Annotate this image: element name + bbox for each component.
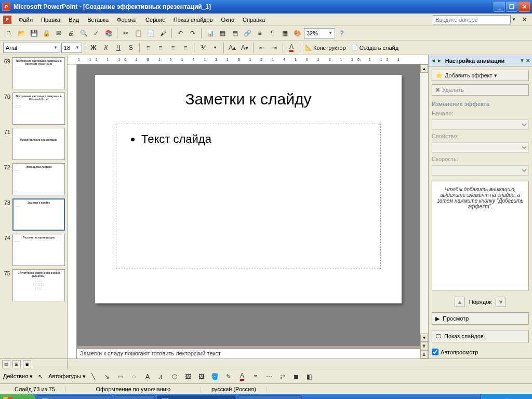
taskpane-menu-icon[interactable]: ▼ xyxy=(520,58,525,63)
diagram-icon[interactable]: ⬡ xyxy=(169,371,180,382)
increase-indent-icon[interactable]: ⇥ xyxy=(269,42,280,54)
cut-icon[interactable]: ✂ xyxy=(120,28,131,39)
copy-icon[interactable]: 📋 xyxy=(132,28,144,39)
decrease-indent-icon[interactable]: ⇤ xyxy=(256,42,268,54)
research-icon[interactable]: 📚 xyxy=(103,28,114,39)
new-icon[interactable]: 🗋 xyxy=(3,28,15,39)
bold-icon[interactable]: Ж xyxy=(88,42,99,54)
menu-slideshow[interactable]: Показ слайдов xyxy=(169,16,217,24)
picture-icon[interactable]: 🖼 xyxy=(196,371,207,382)
status-language[interactable]: русский (Россия) xyxy=(201,386,267,392)
format-painter-icon[interactable]: 🖌 xyxy=(157,28,169,39)
scroll-up-icon[interactable]: ▲ xyxy=(420,64,428,73)
slide-title[interactable]: Заметки к слайду xyxy=(116,90,381,108)
fontsize-combo[interactable]: 18▼ xyxy=(61,43,82,53)
taskpane-close-icon[interactable]: ✕ xyxy=(526,58,530,63)
numbering-icon[interactable]: ⅟ xyxy=(197,42,208,54)
rectangle-icon[interactable]: ▭ xyxy=(115,371,126,382)
prev-slide-icon[interactable]: ⇈ xyxy=(420,342,428,350)
slide[interactable]: Заметки к слайду Текст слайда xyxy=(95,75,402,303)
slide-design-button[interactable]: 📐 Конструктор xyxy=(303,42,348,54)
menu-view[interactable]: Вид xyxy=(64,16,83,24)
vertical-scrollbar[interactable]: ▲ ▼ ⇈ ⇊ xyxy=(420,64,428,358)
taskpane-forward-icon[interactable]: ► xyxy=(437,58,442,63)
slide-thumb[interactable]: Структурная компоновка знаний (СтикНоС)⬚… xyxy=(12,269,65,301)
menu-window[interactable]: Окно xyxy=(217,16,239,24)
document-close-button[interactable]: ✕ xyxy=(519,16,530,23)
insert-table-icon[interactable]: ▦ xyxy=(217,28,228,39)
help-search-input[interactable] xyxy=(433,15,511,24)
slide-canvas[interactable]: Заметки к слайду Текст слайда xyxy=(77,64,420,346)
slide-bullet[interactable]: Текст слайда xyxy=(141,132,368,146)
insert-chart-icon[interactable]: 📊 xyxy=(204,28,216,39)
font-color-icon[interactable]: A xyxy=(286,42,297,54)
fill-color-icon[interactable]: 🪣 xyxy=(209,371,221,382)
save-icon[interactable]: 💾 xyxy=(28,28,39,39)
slideshow-button[interactable]: 🖵 Показ слайдов xyxy=(432,330,529,342)
align-right-icon[interactable]: ≡ xyxy=(167,42,179,54)
expand-all-icon[interactable]: ≡ xyxy=(254,28,265,39)
bullets-icon[interactable]: • xyxy=(209,42,221,54)
menu-format[interactable]: Формат xyxy=(113,16,141,24)
paste-icon[interactable]: 📄 xyxy=(145,28,156,39)
mail-icon[interactable]: ✉ xyxy=(53,28,64,39)
slide-thumb[interactable]: Построение настоящих диаграмм в Microsof… xyxy=(12,57,65,89)
next-slide-icon[interactable]: ⇊ xyxy=(420,350,428,358)
zoom-combo[interactable]: 32%▼ xyxy=(304,28,335,38)
distributed-icon[interactable]: ≡ xyxy=(180,42,191,54)
slide-body-placeholder[interactable]: Текст слайда xyxy=(116,124,381,269)
font-color-draw-icon[interactable]: A xyxy=(236,371,248,382)
line-style-icon[interactable]: ≡ xyxy=(250,371,261,382)
dash-style-icon[interactable]: ⋯ xyxy=(263,371,275,382)
increase-font-icon[interactable]: A▴ xyxy=(227,42,238,54)
help-icon[interactable]: ? xyxy=(336,28,348,39)
redo-icon[interactable]: ↷ xyxy=(187,28,198,39)
add-effect-button[interactable]: ⭐ Добавить эффект ▾ xyxy=(432,70,529,81)
delete-effect-button[interactable]: ✖ Удалить xyxy=(432,84,529,96)
show-formatting-icon[interactable]: ¶ xyxy=(267,28,278,39)
permission-icon[interactable]: 🔒 xyxy=(41,28,52,39)
sorter-view-icon[interactable]: ⊞ xyxy=(12,360,21,368)
slide-thumb-selected[interactable]: Заметки к слайду· — — xyxy=(12,198,65,231)
menu-insert[interactable]: Вставка xyxy=(83,16,113,24)
underline-icon[interactable]: Ч xyxy=(113,42,124,54)
autopreview-checkbox[interactable]: Автопросмотр xyxy=(432,349,529,355)
select-icon[interactable]: ↖ xyxy=(35,371,46,382)
insert-hyperlink-icon[interactable]: 🔗 xyxy=(242,28,253,39)
autopreview-input[interactable] xyxy=(432,349,438,355)
slide-thumb[interactable]: Распечатка презентации— — — xyxy=(12,234,65,266)
help-dropdown-icon[interactable]: ▼ xyxy=(511,17,517,22)
shadow-icon[interactable]: S xyxy=(125,42,137,54)
show-grid-icon[interactable]: ▦ xyxy=(279,28,290,39)
menu-tools[interactable]: Сервис xyxy=(141,16,169,24)
slideshow-view-icon[interactable]: ▣ xyxy=(23,360,31,368)
line-icon[interactable]: ╲ xyxy=(88,371,99,382)
thumbnails-pane[interactable]: 69Построение настоящих диаграмм в Micros… xyxy=(0,55,68,358)
taskbar-button[interactable]: 📁 декабрь xyxy=(114,395,155,399)
textbox-icon[interactable]: A̲ xyxy=(142,371,153,382)
italic-icon[interactable]: К xyxy=(100,42,112,54)
slide-thumb[interactable]: Представление презентации xyxy=(12,128,65,160)
notes-pane[interactable]: Заметки к сладу помогают готовить лектор… xyxy=(77,348,420,358)
move-up-icon[interactable]: ▲ xyxy=(455,297,465,307)
start-button[interactable]: пуск xyxy=(0,394,36,399)
arrow-style-icon[interactable]: ⇄ xyxy=(277,371,288,382)
minimize-button[interactable]: _ xyxy=(494,2,505,12)
scroll-down-icon[interactable]: ▼ xyxy=(420,334,428,342)
align-center-icon[interactable]: ≡ xyxy=(155,42,166,54)
3d-style-icon[interactable]: ◧ xyxy=(304,371,315,382)
move-down-icon[interactable]: ▼ xyxy=(496,297,506,307)
maximize-button[interactable]: ❐ xyxy=(506,2,517,12)
taskbar-button[interactable]: 📊 Эффективные през... xyxy=(37,395,112,399)
align-left-icon[interactable]: ≡ xyxy=(142,42,154,54)
line-color-icon[interactable]: ✎ xyxy=(223,371,234,382)
preview-button[interactable]: ▶ Просмотр xyxy=(432,312,529,325)
slide-thumb[interactable]: Построение настоящих диаграмм в Microsof… xyxy=(12,92,65,125)
property-select[interactable] xyxy=(432,142,529,153)
font-combo[interactable]: Arial▼ xyxy=(3,43,60,53)
menu-edit[interactable]: Правка xyxy=(37,16,64,24)
decrease-font-icon[interactable]: A▾ xyxy=(239,42,250,54)
wordart-icon[interactable]: 𝐴 xyxy=(155,371,167,382)
print-icon[interactable]: 🖨 xyxy=(65,28,77,39)
draw-actions-menu[interactable]: Действия ▾ xyxy=(3,373,33,380)
